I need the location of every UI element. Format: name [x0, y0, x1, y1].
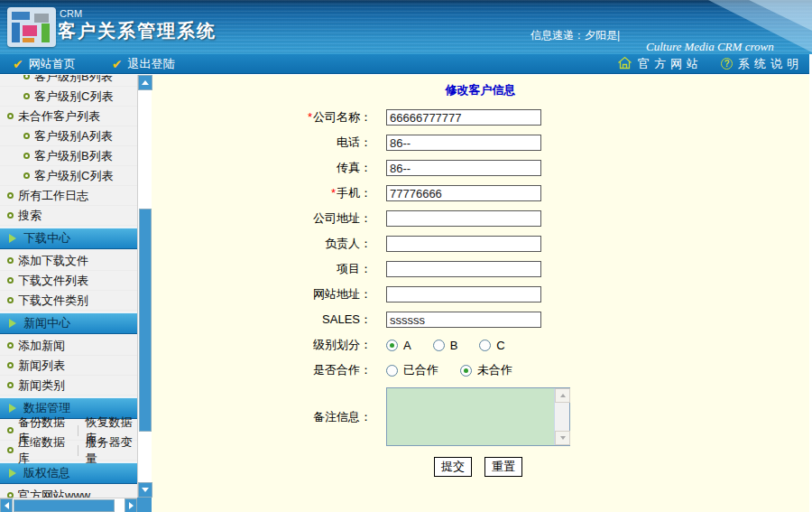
- form-row: 公司地址：: [152, 210, 809, 227]
- nav-home-link[interactable]: ✔ 网站首页: [13, 56, 76, 72]
- section-arrow-icon: [9, 469, 16, 478]
- sidebar-section-header[interactable]: 新闻中心: [0, 312, 137, 334]
- sidebar-item-label[interactable]: 服务器变量: [85, 434, 137, 467]
- sidebar-item-label: 搜索: [18, 208, 42, 224]
- sidebar-item[interactable]: 未合作客户列表: [0, 107, 137, 126]
- text-input[interactable]: [386, 312, 541, 328]
- sidebar-item-label: 官方网站www…: [18, 488, 102, 498]
- sidebar-item[interactable]: 客户级别C列表: [0, 87, 137, 107]
- bullet-icon: [23, 93, 30, 99]
- sidebar-item[interactable]: 客户级别C列表: [0, 166, 137, 186]
- info-ticker: 信息速递：夕阳是|: [531, 28, 620, 43]
- sidebar-section-header[interactable]: 下载中心: [0, 228, 137, 249]
- sidebar-item-label[interactable]: 压缩数据库: [18, 434, 70, 467]
- sidebar-item[interactable]: 搜索: [0, 206, 137, 226]
- text-input[interactable]: [386, 286, 541, 303]
- vertical-scrollbar-thumb[interactable]: [139, 209, 152, 432]
- sidebar-item[interactable]: 新闻列表: [0, 356, 137, 376]
- radio-option[interactable]: 已合作: [386, 362, 438, 378]
- logo-block: [12, 23, 20, 42]
- sidebar-item-label: 添加新闻: [18, 338, 65, 354]
- field-label: 负责人：: [152, 236, 386, 252]
- radio-option[interactable]: B: [433, 339, 458, 352]
- form-row: *手机：: [152, 185, 809, 201]
- radio-icon[interactable]: [386, 365, 398, 377]
- arrow-down-icon: [142, 488, 149, 492]
- arrow-right-icon: [129, 502, 134, 509]
- arrow-left-icon: [5, 502, 9, 509]
- radio-icon[interactable]: [433, 340, 445, 351]
- sidebar-vertical-scrollbar[interactable]: [137, 75, 152, 498]
- radio-icon[interactable]: [460, 365, 472, 377]
- field-label: 电话：: [152, 135, 386, 151]
- nav-official-site-link[interactable]: 官方网站: [617, 56, 703, 72]
- sidebar-item-label: 添加下载文件: [18, 253, 88, 269]
- field-label: SALES：: [152, 312, 386, 328]
- content-area: 客户级别B列表 客户级别C列表 未合作客户列表 客户级别A列表 客户级别B列表 …: [0, 75, 812, 512]
- sidebar-item[interactable]: 下载文件类别: [0, 291, 137, 311]
- textarea-scroll-up-button[interactable]: [555, 388, 570, 403]
- bullet-icon: [7, 277, 14, 284]
- radio-option-label: 已合作: [403, 362, 438, 378]
- sidebar-item[interactable]: 下载文件列表: [0, 271, 137, 291]
- radio-option-label: B: [450, 339, 458, 352]
- sidebar-item[interactable]: 官方网站www…: [0, 486, 137, 498]
- sidebar-item[interactable]: 新闻类别: [0, 376, 137, 396]
- app-header: CRM 客户关系管理系统 信息速递：夕阳是| Culture Media CRM…: [0, 0, 812, 54]
- sidebar-item[interactable]: 客户级别A列表: [0, 126, 137, 146]
- navbar: ✔ 网站首页 ✔ 退出登陆 官方网站 ? 系统说明: [0, 54, 812, 74]
- field-label: *手机：: [152, 185, 386, 201]
- textarea-scroll-down-button[interactable]: [555, 431, 570, 445]
- sidebar-section-label: 新闻中心: [23, 315, 70, 331]
- memo-textarea-box[interactable]: [386, 387, 570, 446]
- section-arrow-icon: [9, 234, 16, 243]
- text-input[interactable]: [386, 210, 541, 227]
- text-input[interactable]: [386, 261, 541, 277]
- sidebar-item[interactable]: 添加新闻: [0, 336, 137, 356]
- radio-option[interactable]: 未合作: [460, 362, 512, 378]
- radio-icon[interactable]: [386, 340, 398, 351]
- field-label: 级别划分：: [152, 337, 386, 353]
- bullet-icon: [7, 212, 14, 219]
- text-input[interactable]: [386, 236, 541, 252]
- memo-row: 备注信息：: [152, 387, 809, 446]
- bullet-icon: [7, 362, 14, 368]
- sidebar-item[interactable]: 添加下载文件: [0, 251, 137, 271]
- scroll-up-button[interactable]: [138, 75, 152, 90]
- text-input[interactable]: [386, 160, 541, 176]
- sidebar-item-label: 未合作客户列表: [18, 108, 100, 125]
- sidebar-item[interactable]: 所有工作日志: [0, 186, 137, 206]
- scrollbar-corner: [137, 498, 152, 512]
- bullet-icon: [23, 75, 30, 79]
- textarea-scrollbar[interactable]: [554, 388, 569, 445]
- scroll-right-button[interactable]: [125, 498, 137, 512]
- reset-button[interactable]: 重置: [484, 457, 522, 477]
- sidebar-item[interactable]: 客户级别B列表: [0, 146, 137, 166]
- memo-input[interactable]: [387, 388, 554, 445]
- divider: [78, 425, 78, 436]
- radio-option[interactable]: A: [386, 339, 411, 352]
- radio-option-label: A: [403, 339, 411, 352]
- radio-option[interactable]: C: [479, 339, 504, 352]
- scroll-left-button[interactable]: [0, 498, 13, 512]
- sidebar-horizontal-scrollbar[interactable]: [0, 498, 137, 512]
- text-input[interactable]: [386, 109, 541, 126]
- field-label: 项目：: [152, 261, 386, 277]
- required-asterisk: *: [308, 110, 312, 124]
- bullet-icon: [7, 192, 14, 199]
- radio-option-label: C: [496, 339, 504, 352]
- banner-arrow-decoration: [749, 0, 812, 31]
- scroll-down-button[interactable]: [138, 482, 152, 498]
- nav-official-label: 官方网站: [638, 56, 703, 72]
- logo-crm-text: CRM: [60, 8, 82, 19]
- submit-button[interactable]: 提交: [434, 457, 472, 477]
- text-input[interactable]: [386, 135, 541, 151]
- sidebar-item-label: 所有工作日志: [18, 188, 88, 204]
- radio-icon[interactable]: [479, 340, 491, 351]
- nav-help-link[interactable]: ? 系统说明: [721, 56, 803, 72]
- sidebar-item[interactable]: 客户级别B列表: [0, 75, 137, 87]
- text-input[interactable]: [386, 185, 541, 201]
- horizontal-scrollbar-thumb[interactable]: [14, 499, 115, 512]
- nav-logout-link[interactable]: ✔ 退出登陆: [112, 56, 175, 72]
- field-label: *公司名称：: [152, 109, 386, 126]
